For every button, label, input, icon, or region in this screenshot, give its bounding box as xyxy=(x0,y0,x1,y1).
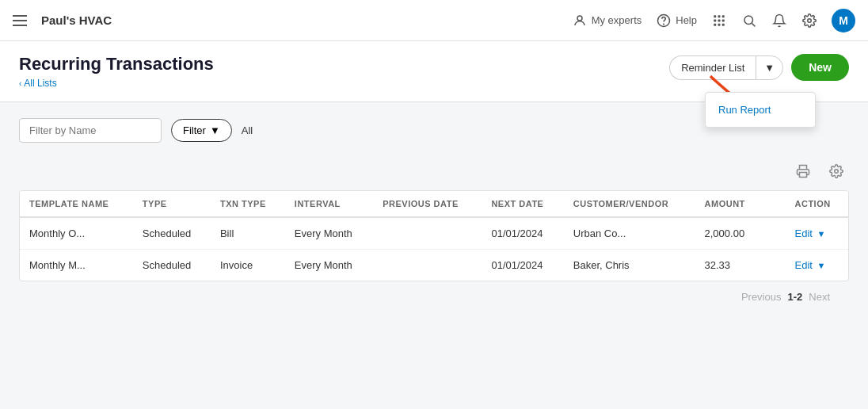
company-name: Paul's HVAC xyxy=(41,13,112,27)
edit-link[interactable]: Edit xyxy=(795,227,813,239)
table-body: Monthly O... Scheduled Bill Every Month … xyxy=(20,217,848,281)
menu-icon[interactable] xyxy=(13,15,27,26)
svg-rect-6 xyxy=(714,19,716,21)
help-label: Help xyxy=(676,14,697,26)
apps-nav[interactable] xyxy=(711,13,727,29)
page-header: Recurring Transactions ‹ All Lists Remin… xyxy=(0,41,868,102)
cell-previous-date xyxy=(373,217,482,250)
reminder-list-dropdown-button[interactable]: ▼ xyxy=(756,55,783,80)
svg-point-2 xyxy=(664,24,664,25)
cell-type: Scheduled xyxy=(133,217,211,250)
avatar[interactable]: M xyxy=(832,9,855,32)
pagination-previous: Previous xyxy=(741,291,782,303)
breadcrumb-label: All Lists xyxy=(24,78,56,89)
breadcrumb[interactable]: ‹ All Lists xyxy=(19,78,214,89)
svg-rect-11 xyxy=(722,23,725,25)
cell-action: Edit ▼ xyxy=(786,250,849,281)
main-content: Filter ▼ All TEMPLATE NAME TYPE xyxy=(0,102,868,328)
header-actions: Reminder List ▼ New Run Report xyxy=(669,54,849,81)
settings-icon[interactable] xyxy=(824,159,849,184)
pagination-next: Next xyxy=(809,291,830,303)
filter-button[interactable]: Filter ▼ xyxy=(171,119,232,142)
edit-dropdown-icon[interactable]: ▼ xyxy=(817,261,826,270)
help-nav[interactable]: Help xyxy=(656,13,697,29)
cell-empty xyxy=(763,250,786,281)
filter-button-label: Filter xyxy=(183,124,206,136)
cell-amount: 32.33 xyxy=(695,250,763,281)
cell-template-name: Monthly M... xyxy=(20,250,133,281)
title-area: Recurring Transactions ‹ All Lists xyxy=(19,54,214,89)
cell-amount: 2,000.00 xyxy=(695,217,763,250)
col-next-date: NEXT DATE xyxy=(482,191,563,217)
reminder-dropdown-menu: Run Report xyxy=(705,92,816,128)
svg-rect-10 xyxy=(718,23,721,25)
col-previous-date: PREVIOUS DATE xyxy=(373,191,482,217)
transactions-table: TEMPLATE NAME TYPE TXN TYPE INTERVAL PRE… xyxy=(20,191,848,281)
svg-rect-9 xyxy=(714,23,716,25)
col-type: TYPE xyxy=(133,191,211,217)
grid-icon xyxy=(711,13,727,29)
edit-link[interactable]: Edit xyxy=(795,259,813,271)
my-experts-label: My experts xyxy=(592,14,642,26)
svg-rect-16 xyxy=(800,173,807,178)
pagination: Previous 1-2 Next xyxy=(19,281,849,312)
table-row: Monthly M... Scheduled Invoice Every Mon… xyxy=(20,250,848,281)
cell-next-date: 01/01/2024 xyxy=(482,250,563,281)
cell-template-name: Monthly O... xyxy=(20,217,133,250)
cell-empty xyxy=(763,217,786,250)
col-template-name: TEMPLATE NAME xyxy=(20,191,133,217)
svg-point-0 xyxy=(577,16,582,21)
svg-rect-3 xyxy=(714,15,716,17)
svg-rect-7 xyxy=(718,19,721,21)
svg-rect-8 xyxy=(722,19,725,21)
cell-txn-type: Invoice xyxy=(211,250,285,281)
cell-txn-type: Bill xyxy=(211,217,285,250)
chevron-down-icon: ▼ xyxy=(764,62,775,74)
svg-point-14 xyxy=(808,18,812,22)
cell-customer-vendor: Baker, Chris xyxy=(564,250,695,281)
edit-dropdown-icon[interactable]: ▼ xyxy=(817,229,826,239)
filter-chevron-icon: ▼ xyxy=(210,124,220,136)
reminder-list-button[interactable]: Reminder List xyxy=(669,55,756,80)
nav-right: My experts Help M xyxy=(572,9,855,32)
breadcrumb-chevron-icon: ‹ xyxy=(19,79,21,88)
col-amount: AMOUNT xyxy=(695,191,763,217)
col-action: ACTION xyxy=(786,191,849,217)
settings-nav[interactable] xyxy=(801,13,817,29)
svg-point-12 xyxy=(744,16,753,25)
table-row: Monthly O... Scheduled Bill Every Month … xyxy=(20,217,848,250)
gear-icon xyxy=(801,13,817,29)
col-empty xyxy=(763,191,786,217)
bell-icon xyxy=(771,13,787,29)
my-experts-nav[interactable]: My experts xyxy=(572,13,642,29)
table-header-row: TEMPLATE NAME TYPE TXN TYPE INTERVAL PRE… xyxy=(20,191,848,217)
print-icon[interactable] xyxy=(790,159,816,184)
cell-interval: Every Month xyxy=(285,250,373,281)
run-report-menu-item[interactable]: Run Report xyxy=(706,97,815,122)
svg-line-13 xyxy=(752,23,755,26)
transactions-table-container: TEMPLATE NAME TYPE TXN TYPE INTERVAL PRE… xyxy=(19,190,849,281)
cell-action: Edit ▼ xyxy=(786,217,849,250)
svg-point-17 xyxy=(835,170,839,174)
filter-all-label: All xyxy=(242,124,253,136)
filter-name-input[interactable] xyxy=(19,118,162,143)
pagination-range[interactable]: 1-2 xyxy=(787,291,802,303)
top-navigation: Paul's HVAC My experts Help xyxy=(0,0,868,41)
notifications-nav[interactable] xyxy=(771,13,787,29)
cell-previous-date xyxy=(373,250,482,281)
table-toolbar xyxy=(19,159,849,184)
cell-interval: Every Month xyxy=(285,217,373,250)
svg-rect-4 xyxy=(718,15,721,17)
person-icon xyxy=(572,13,588,29)
search-icon xyxy=(741,13,757,29)
col-interval: INTERVAL xyxy=(285,191,373,217)
svg-rect-5 xyxy=(722,15,725,17)
search-nav[interactable] xyxy=(741,13,757,29)
cell-next-date: 01/01/2024 xyxy=(482,217,563,250)
new-button[interactable]: New xyxy=(791,54,849,81)
col-customer-vendor: CUSTOMER/VENDOR xyxy=(564,191,695,217)
help-icon xyxy=(656,13,672,29)
nav-left: Paul's HVAC xyxy=(13,13,112,27)
cell-customer-vendor: Urban Co... xyxy=(564,217,695,250)
cell-type: Scheduled xyxy=(133,250,211,281)
